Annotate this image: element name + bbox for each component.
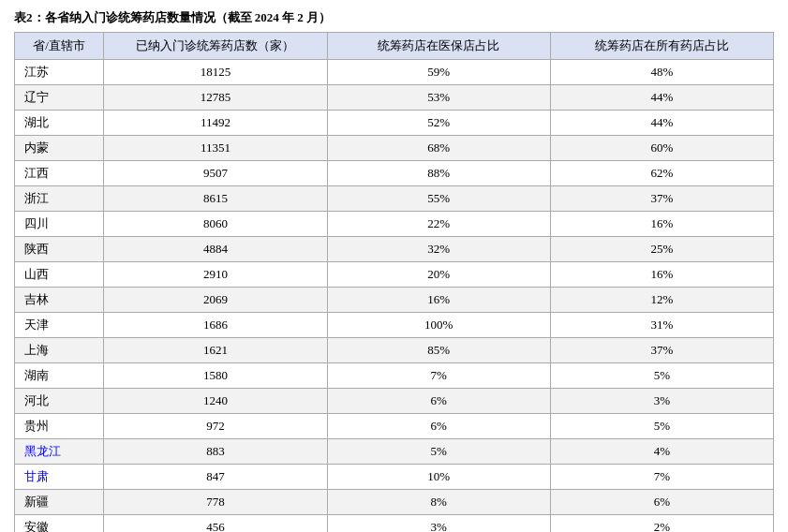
cell-all-pct: 60% xyxy=(550,136,773,161)
cell-medical-pct: 3% xyxy=(327,515,550,533)
cell-province: 天津 xyxy=(15,313,104,338)
cell-all-pct: 37% xyxy=(550,186,773,212)
cell-medical-pct: 88% xyxy=(327,161,550,186)
table-row: 山西291020%16% xyxy=(15,262,774,288)
cell-medical-pct: 52% xyxy=(327,111,550,136)
table-row: 湖南15807%5% xyxy=(15,363,774,389)
cell-province: 河北 xyxy=(15,389,104,414)
cell-count: 12785 xyxy=(104,85,327,111)
cell-all-pct: 25% xyxy=(550,237,773,262)
cell-province: 湖北 xyxy=(15,111,104,136)
table-row: 四川806022%16% xyxy=(15,212,774,237)
table-row: 河北12406%3% xyxy=(15,389,774,414)
table-row: 甘肃84710%7% xyxy=(15,465,774,490)
cell-province: 四川 xyxy=(15,212,104,237)
cell-count: 778 xyxy=(104,490,327,515)
cell-medical-pct: 68% xyxy=(327,136,550,161)
cell-province: 山西 xyxy=(15,262,104,288)
table-row: 上海162185%37% xyxy=(15,338,774,363)
header-count: 已纳入门诊统筹药店数（家） xyxy=(104,33,327,60)
cell-count: 2910 xyxy=(104,262,327,288)
table-row: 新疆7788%6% xyxy=(15,490,774,515)
cell-medical-pct: 6% xyxy=(327,414,550,439)
cell-all-pct: 16% xyxy=(550,262,773,288)
cell-all-pct: 3% xyxy=(550,389,773,414)
cell-medical-pct: 5% xyxy=(327,439,550,465)
header-all-pct: 统筹药店在所有药店占比 xyxy=(550,33,773,60)
cell-count: 11492 xyxy=(104,111,327,136)
cell-count: 1580 xyxy=(104,363,327,389)
cell-count: 18125 xyxy=(104,60,327,85)
cell-medical-pct: 55% xyxy=(327,186,550,212)
cell-province: 浙江 xyxy=(15,186,104,212)
table-row: 陕西488432%25% xyxy=(15,237,774,262)
cell-count: 1621 xyxy=(104,338,327,363)
cell-medical-pct: 85% xyxy=(327,338,550,363)
table-row: 江苏1812559%48% xyxy=(15,60,774,85)
cell-medical-pct: 59% xyxy=(327,60,550,85)
cell-medical-pct: 53% xyxy=(327,85,550,111)
cell-count: 1240 xyxy=(104,389,327,414)
cell-all-pct: 7% xyxy=(550,465,773,490)
table-header-row: 省/直辖市 已纳入门诊统筹药店数（家） 统筹药店在医保店占比 统筹药店在所有药店… xyxy=(15,33,774,60)
cell-all-pct: 62% xyxy=(550,161,773,186)
cell-medical-pct: 100% xyxy=(327,313,550,338)
table-row: 江西950788%62% xyxy=(15,161,774,186)
cell-province: 陕西 xyxy=(15,237,104,262)
cell-medical-pct: 22% xyxy=(327,212,550,237)
cell-all-pct: 48% xyxy=(550,60,773,85)
cell-all-pct: 37% xyxy=(550,338,773,363)
cell-count: 2069 xyxy=(104,288,327,313)
cell-medical-pct: 10% xyxy=(327,465,550,490)
cell-count: 8060 xyxy=(104,212,327,237)
cell-all-pct: 44% xyxy=(550,111,773,136)
header-medical-pct: 统筹药店在医保店占比 xyxy=(327,33,550,60)
cell-medical-pct: 20% xyxy=(327,262,550,288)
cell-all-pct: 12% xyxy=(550,288,773,313)
cell-all-pct: 31% xyxy=(550,313,773,338)
cell-count: 1686 xyxy=(104,313,327,338)
table-row: 黑龙江8835%4% xyxy=(15,439,774,465)
table-row: 内蒙1135168%60% xyxy=(15,136,774,161)
cell-count: 456 xyxy=(104,515,327,533)
cell-count: 847 xyxy=(104,465,327,490)
cell-all-pct: 5% xyxy=(550,414,773,439)
cell-count: 4884 xyxy=(104,237,327,262)
cell-count: 11351 xyxy=(104,136,327,161)
data-table: 省/直辖市 已纳入门诊统筹药店数（家） 统筹药店在医保店占比 统筹药店在所有药店… xyxy=(14,32,774,532)
cell-province: 新疆 xyxy=(15,490,104,515)
cell-medical-pct: 32% xyxy=(327,237,550,262)
cell-province: 江西 xyxy=(15,161,104,186)
cell-medical-pct: 6% xyxy=(327,389,550,414)
cell-province: 黑龙江 xyxy=(15,439,104,465)
cell-all-pct: 2% xyxy=(550,515,773,533)
province-link[interactable]: 黑龙江 xyxy=(24,444,61,458)
cell-count: 9507 xyxy=(104,161,327,186)
table-row: 辽宁1278553%44% xyxy=(15,85,774,111)
table-row: 吉林206916%12% xyxy=(15,288,774,313)
table-row: 湖北1149252%44% xyxy=(15,111,774,136)
header-province: 省/直辖市 xyxy=(15,33,104,60)
province-link[interactable]: 甘肃 xyxy=(24,469,49,483)
table-row: 安徽4563%2% xyxy=(15,515,774,533)
table-row: 贵州9726%5% xyxy=(15,414,774,439)
cell-all-pct: 6% xyxy=(550,490,773,515)
cell-medical-pct: 16% xyxy=(327,288,550,313)
cell-all-pct: 5% xyxy=(550,363,773,389)
cell-count: 8615 xyxy=(104,186,327,212)
cell-province: 江苏 xyxy=(15,60,104,85)
cell-count: 883 xyxy=(104,439,327,465)
cell-province: 内蒙 xyxy=(15,136,104,161)
cell-all-pct: 4% xyxy=(550,439,773,465)
cell-medical-pct: 7% xyxy=(327,363,550,389)
cell-province: 辽宁 xyxy=(15,85,104,111)
cell-province: 安徽 xyxy=(15,515,104,533)
cell-count: 972 xyxy=(104,414,327,439)
cell-all-pct: 44% xyxy=(550,85,773,111)
cell-province: 上海 xyxy=(15,338,104,363)
cell-all-pct: 16% xyxy=(550,212,773,237)
table-title: 表2：各省纳入门诊统筹药店数量情况（截至 2024 年 2 月） xyxy=(14,9,774,26)
cell-province: 甘肃 xyxy=(15,465,104,490)
cell-medical-pct: 8% xyxy=(327,490,550,515)
cell-province: 贵州 xyxy=(15,414,104,439)
